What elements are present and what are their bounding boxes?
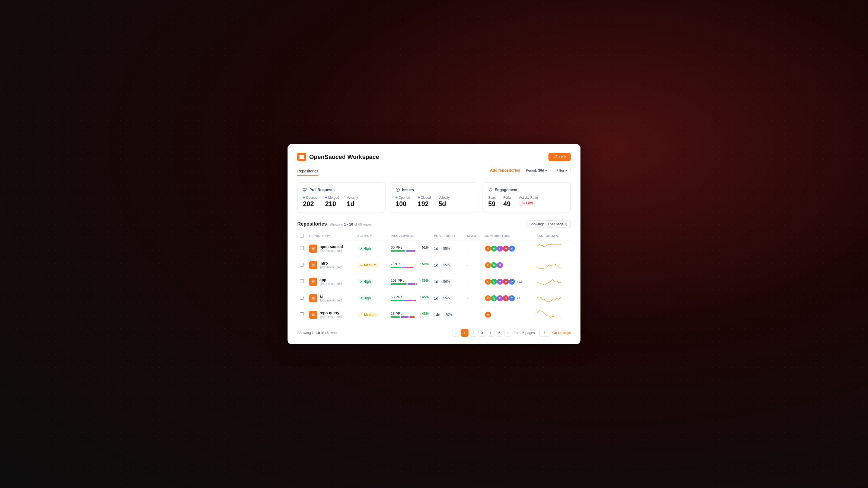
issues-card: Issues Opened 100 Closed 192 Velocity 5d <box>390 183 478 213</box>
repositories-section-title: Repositories <box>297 221 327 227</box>
spam-value: - <box>467 296 468 300</box>
row-checkbox-1[interactable] <box>300 263 304 266</box>
repo-name-cell: repo-query @open-sauced <box>309 311 352 319</box>
bar-green <box>391 267 401 268</box>
sparkline-cell <box>534 306 571 323</box>
page-5-button[interactable]: 5 <box>496 329 503 337</box>
col-activity: ACTIVITY <box>354 231 388 240</box>
row-checkbox-2[interactable] <box>300 279 304 283</box>
contributor-avatar: B <box>491 246 497 252</box>
contributor-avatar: O <box>508 279 515 285</box>
page-3-button[interactable]: 3 <box>478 329 486 337</box>
velocity-value: 1d <box>434 263 438 267</box>
repo-name-cell: open-sauced @open-sauced <box>309 245 352 253</box>
chevron-down-icon: ▾ <box>565 168 567 172</box>
issues-opened-metric: Opened 100 <box>396 196 410 208</box>
contributor-avatar: N <box>503 279 509 285</box>
contributors-cell: U <box>485 312 531 318</box>
pr-count: 18 PRs <box>391 312 402 316</box>
col-pr-velocity: PR VELOCITY <box>431 231 464 240</box>
repo-org: @open-sauced <box>319 282 342 286</box>
bar-purple <box>403 300 413 301</box>
table-row: app @open-sauced ↗ High 103 PRs ↑ 39% 1d… <box>297 273 571 290</box>
bar-red <box>409 316 415 318</box>
contributor-avatar: R <box>497 295 503 301</box>
pagination-info: Showing 1 -10 of 46 repos <box>297 331 339 335</box>
sparkline-cell <box>534 273 571 290</box>
page-4-button[interactable]: 4 <box>487 329 495 337</box>
bar-red <box>413 300 416 301</box>
repositories-count: Showing 1 - 10 of 46 repos <box>330 222 372 226</box>
pr-pct: 51% <box>422 246 429 250</box>
velocity-badge: 56% <box>440 279 453 284</box>
contributor-avatar: G <box>491 262 497 268</box>
repo-name: ai <box>319 294 342 298</box>
pull-requests-card: Pull Requests Opened 202 Merged 210 Velo… <box>297 183 385 213</box>
total-pages: Total 5 pages <box>514 331 535 335</box>
select-all-checkbox[interactable] <box>300 234 304 237</box>
velocity-cell: 1d 56% <box>434 279 462 284</box>
period-select[interactable]: Period: 30d ▾ <box>523 167 550 174</box>
contributor-avatar: L <box>491 279 497 285</box>
table-row: ai @open-sauced ↗ High 53 PRs ↑ 45% 1d 5… <box>297 290 571 306</box>
repo-name: app <box>319 278 342 282</box>
contributor-avatar: F <box>485 262 491 268</box>
filter-button[interactable]: Filter ▾ <box>553 167 571 174</box>
spam-value: - <box>467 313 468 317</box>
col-contributors: CONTRIBUTORS <box>482 231 534 240</box>
page-next-button[interactable]: › <box>504 329 512 337</box>
tab-repositories[interactable]: Repositories <box>297 167 318 176</box>
contributor-avatar: T <box>508 295 515 301</box>
bar-purple <box>406 250 415 252</box>
issues-header: Issues <box>396 188 472 192</box>
sparkline-cell <box>534 240 571 257</box>
per-page-select[interactable]: Showing: 10 per page ⇅ <box>527 220 571 228</box>
repo-org: @open-sauced <box>319 265 342 269</box>
goto-page-input[interactable] <box>539 329 550 337</box>
activity-badge: — Medium <box>357 262 379 268</box>
col-last-30-days: LAST 30 DAYS <box>534 231 571 240</box>
edit-button[interactable]: Edit <box>549 153 571 161</box>
repo-name: intro <box>319 261 342 265</box>
chevron-updown-icon: ⇅ <box>565 222 568 226</box>
row-checkbox-0[interactable] <box>300 246 304 250</box>
page-1-button[interactable]: 1 <box>461 329 468 337</box>
spam-value: - <box>467 247 468 251</box>
contributors-cell: PQRST+1 <box>485 295 531 301</box>
repo-name-cell: ai @open-sauced <box>309 294 352 302</box>
repo-name: repo-query <box>319 311 342 315</box>
pr-count: 7 PRs <box>391 262 400 266</box>
velocity-value: 1d <box>434 296 438 300</box>
repo-name-cell: intro @open-sauced <box>309 261 352 269</box>
pr-overview-cell: 53 PRs ↑ 45% <box>391 295 428 301</box>
contributor-avatar: E <box>508 246 515 252</box>
logo-icon <box>297 153 306 161</box>
table-row: repo-query @open-sauced — Medium 18 PRs … <box>297 306 571 323</box>
contributor-avatar: S <box>503 295 509 301</box>
page-prev-button[interactable]: ‹ <box>452 329 460 337</box>
pr-velocity-metric: Velocity 1d <box>347 196 358 208</box>
pr-count: 103 PRs <box>391 279 404 283</box>
sparkline-chart <box>537 276 561 286</box>
repo-icon <box>309 261 317 269</box>
velocity-value: 1d <box>434 280 438 284</box>
add-repositories-button[interactable]: Add repositories <box>490 168 520 172</box>
page-2-button[interactable]: 2 <box>469 329 477 337</box>
pagination-controls: ‹ 1 2 3 4 5 › Total 5 pages <box>452 329 535 337</box>
table-row: open-sauced @open-sauced ↗ High 60 PRs 5… <box>297 240 571 257</box>
row-checkbox-3[interactable] <box>300 296 304 300</box>
bar-red <box>409 267 413 268</box>
pr-pct: ↑ 45% <box>420 312 429 316</box>
sparkline-chart <box>537 260 561 269</box>
velocity-cell: 1d 55% <box>434 295 462 301</box>
sparkline-cell <box>534 257 571 273</box>
activity-badge: ↗ High <box>357 246 373 251</box>
velocity-badge: 55% <box>440 246 453 251</box>
repo-org: @open-sauced <box>319 298 342 302</box>
velocity-cell: 1d 55% <box>434 246 462 251</box>
row-checkbox-4[interactable] <box>300 312 304 316</box>
col-spam: SPAM <box>464 231 482 240</box>
bar-purple <box>401 316 409 318</box>
issues-velocity-metric: Velocity 5d <box>438 196 450 208</box>
goto-page-button[interactable]: Go to page <box>552 331 571 335</box>
